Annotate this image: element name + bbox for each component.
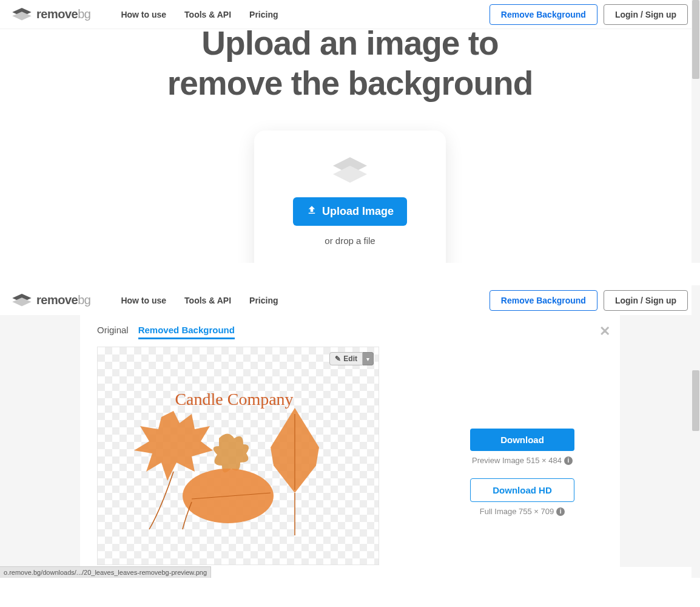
upload-stack-icon <box>331 155 369 185</box>
tab-original[interactable]: Original <box>97 325 129 339</box>
browser-statusbar: o.remove.bg/downloads/.../20_leaves_leav… <box>0 566 211 578</box>
upload-card: Upload Image or drop a file Paste image … <box>254 131 446 263</box>
download-column: Download Preview Image 515 × 484 i Downl… <box>470 347 574 565</box>
panel-divider <box>0 263 700 285</box>
nav-how-to-use[interactable]: How to use <box>121 296 166 305</box>
nav: How to use Tools & API Pricing <box>121 10 278 19</box>
nav-pricing[interactable]: Pricing <box>249 296 278 305</box>
info-icon[interactable]: i <box>564 456 573 465</box>
scrollbar[interactable] <box>692 0 700 263</box>
download-button[interactable]: Download <box>470 429 574 451</box>
upload-page-panel: removebg How to use Tools & API Pricing … <box>0 0 700 263</box>
edit-button-group: ✎ Edit ▾ <box>329 352 374 365</box>
upload-image-button[interactable]: Upload Image <box>293 197 407 226</box>
remove-background-button[interactable]: Remove Background <box>490 290 597 311</box>
close-icon[interactable]: ✕ <box>599 324 610 339</box>
header: removebg How to use Tools & API Pricing … <box>0 285 700 315</box>
content-area: ✕ Original Removed Background ✎ Edit ▾ <box>0 315 700 567</box>
nav: How to use Tools & API Pricing <box>121 296 278 305</box>
upload-icon <box>306 205 317 219</box>
nav-tools-api[interactable]: Tools & API <box>184 10 231 19</box>
result-page-panel: removebg How to use Tools & API Pricing … <box>0 285 700 578</box>
result-image-content: Candle Company <box>113 381 355 551</box>
hero-title: Upload an image toremove the background <box>0 23 700 103</box>
nav-how-to-use[interactable]: How to use <box>121 10 166 19</box>
logo[interactable]: removebg <box>12 293 90 307</box>
header-right: Remove Background Login / Sign up <box>490 4 688 25</box>
tab-removed-background[interactable]: Removed Background <box>138 325 235 339</box>
image-caption-text: Candle Company <box>175 390 293 409</box>
drop-file-text: or drop a file <box>272 236 428 246</box>
stack-logo-icon <box>12 8 32 21</box>
edit-dropdown[interactable]: ▾ <box>363 352 374 365</box>
preview-image: ✎ Edit ▾ Candle Company <box>97 347 379 565</box>
logo-text: removebg <box>36 293 90 307</box>
remove-background-button[interactable]: Remove Background <box>490 4 597 25</box>
stack-logo-icon <box>12 294 32 307</box>
header-right: Remove Background Login / Sign up <box>490 290 688 311</box>
info-icon[interactable]: i <box>556 507 565 516</box>
login-signup-button[interactable]: Login / Sign up <box>604 4 688 25</box>
nav-tools-api[interactable]: Tools & API <box>184 296 231 305</box>
preview-size-text: Preview Image 515 × 484 i <box>470 456 574 465</box>
result-row: ✎ Edit ▾ Candle Company <box>97 347 603 565</box>
full-size-text: Full Image 755 × 709 i <box>470 507 574 516</box>
pencil-icon: ✎ <box>335 354 341 363</box>
download-hd-button[interactable]: Download HD <box>470 478 574 502</box>
scrollbar[interactable] <box>692 285 700 578</box>
tabs: Original Removed Background <box>97 325 603 339</box>
scrollbar-thumb[interactable] <box>692 0 699 79</box>
scrollbar-thumb[interactable] <box>692 370 699 431</box>
login-signup-button[interactable]: Login / Sign up <box>604 290 688 311</box>
result-modal: ✕ Original Removed Background ✎ Edit ▾ <box>80 315 620 567</box>
logo-text: removebg <box>36 7 90 21</box>
nav-pricing[interactable]: Pricing <box>249 10 278 19</box>
logo[interactable]: removebg <box>12 7 90 21</box>
edit-button[interactable]: ✎ Edit <box>329 352 363 365</box>
